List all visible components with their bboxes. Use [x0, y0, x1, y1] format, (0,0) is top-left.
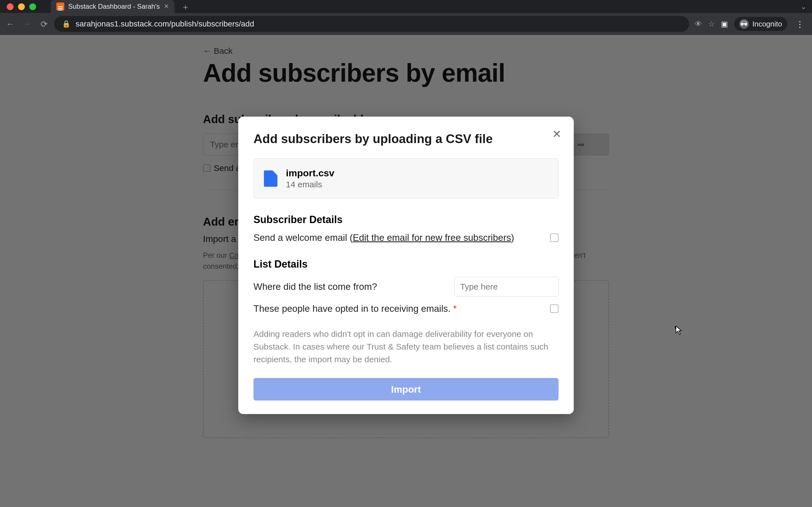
csv-upload-modal: Add subscribers by uploading a CSV file … [238, 117, 574, 414]
substack-favicon-icon [56, 3, 64, 10]
menu-icon[interactable]: ⋮ [794, 19, 806, 29]
new-tab-button[interactable]: ＋ [174, 1, 197, 13]
optin-label: These people have opted in to receiving … [253, 303, 457, 314]
forward-icon[interactable]: → [22, 19, 32, 29]
welcome-email-row: Send a welcome email (Edit the email for… [253, 232, 559, 243]
file-meta: 14 emails [286, 180, 335, 189]
list-details-section: List Details Where did the list come fro… [253, 258, 559, 314]
optin-checkbox[interactable] [550, 304, 559, 313]
list-details-heading: List Details [253, 258, 559, 270]
incognito-icon: 🕶 [739, 19, 749, 29]
window-controls [7, 3, 36, 10]
address-bar[interactable]: 🔒 sarahjonas1.substack.com/publish/subsc… [54, 16, 689, 32]
browser-toolbar: ← → ⟳ 🔒 sarahjonas1.substack.com/publish… [0, 13, 812, 35]
modal-overlay: Add subscribers by uploading a CSV file … [0, 35, 812, 507]
bookmark-icon[interactable]: ☆ [708, 20, 715, 29]
list-source-input[interactable] [454, 277, 559, 297]
tab-title: Substack Dashboard - Sarah's [68, 3, 160, 10]
url-text: sarahjonas1.substack.com/publish/subscri… [75, 19, 254, 29]
nav-buttons: ← → ⟳ [6, 19, 49, 29]
subscriber-details-section: Subscriber Details Send a welcome email … [253, 214, 559, 243]
list-source-row: Where did the list come from? [253, 277, 559, 297]
mouse-cursor-icon [675, 326, 683, 333]
app-window: Substack Dashboard - Sarah's ✕ ＋ ⌄ ← → ⟳… [0, 0, 812, 507]
eye-off-icon[interactable]: 👁︎ [695, 20, 702, 29]
tab-strip: Substack Dashboard - Sarah's ✕ ＋ ⌄ [0, 0, 812, 13]
modal-title: Add subscribers by uploading a CSV file [253, 132, 559, 146]
list-source-label: Where did the list come from? [253, 281, 377, 292]
tab-overflow-icon[interactable]: ⌄ [801, 3, 806, 11]
file-name: import.csv [286, 168, 335, 179]
maximize-window-icon[interactable] [29, 3, 36, 10]
minimize-window-icon[interactable] [18, 3, 25, 10]
welcome-email-text: Send a welcome email (Edit the email for… [253, 232, 514, 243]
panel-icon[interactable]: ▣ [721, 20, 728, 29]
uploaded-file-card[interactable]: import.csv 14 emails [253, 158, 559, 199]
required-asterisk: * [453, 303, 457, 314]
page-viewport: Back Add subscribers by email Add subscr… [0, 35, 812, 507]
browser-tab[interactable]: Substack Dashboard - Sarah's ✕ [51, 0, 174, 13]
file-icon [264, 170, 277, 187]
toolbar-right: 👁︎ ☆ ▣ 🕶 Incognito ⋮ [695, 17, 806, 31]
welcome-email-checkbox[interactable] [550, 233, 559, 242]
reload-icon[interactable]: ⟳ [40, 19, 49, 29]
optin-row: These people have opted in to receiving … [253, 303, 559, 314]
close-window-icon[interactable] [7, 3, 13, 10]
edit-welcome-email-link[interactable]: Edit the email for new free subscribers [353, 232, 511, 243]
back-icon[interactable]: ← [6, 19, 15, 29]
incognito-label: Incognito [752, 20, 782, 29]
incognito-indicator[interactable]: 🕶 Incognito [734, 17, 787, 31]
disclaimer-text: Adding readers who didn't opt in can dam… [253, 328, 559, 365]
close-tab-icon[interactable]: ✕ [164, 3, 169, 10]
lock-icon: 🔒 [62, 20, 70, 28]
import-button[interactable]: Import [253, 378, 559, 400]
close-modal-button[interactable]: ✕ [552, 128, 561, 140]
subscriber-details-heading: Subscriber Details [253, 214, 559, 226]
